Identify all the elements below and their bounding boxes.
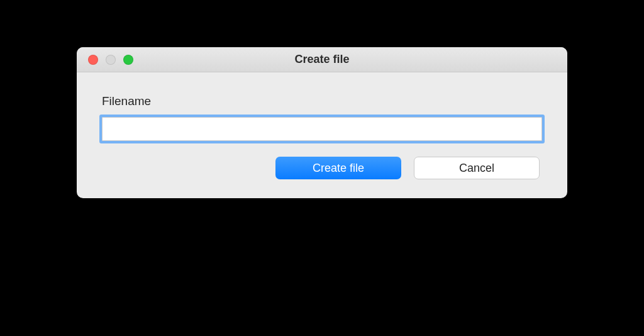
create-file-dialog: Create file Filename Create file Cancel bbox=[77, 47, 567, 198]
titlebar: Create file bbox=[77, 47, 567, 72]
maximize-icon[interactable] bbox=[123, 55, 133, 65]
dialog-title: Create file bbox=[77, 53, 567, 66]
minimize-icon bbox=[106, 55, 116, 65]
cancel-button[interactable]: Cancel bbox=[414, 157, 540, 179]
dialog-content: Filename Create file Cancel bbox=[77, 72, 567, 198]
filename-input[interactable] bbox=[102, 117, 542, 141]
input-wrapper bbox=[102, 117, 542, 141]
filename-label: Filename bbox=[102, 94, 542, 108]
create-file-button[interactable]: Create file bbox=[275, 157, 401, 179]
button-row: Create file Cancel bbox=[102, 157, 542, 179]
traffic-lights bbox=[88, 55, 133, 65]
close-icon[interactable] bbox=[88, 55, 98, 65]
